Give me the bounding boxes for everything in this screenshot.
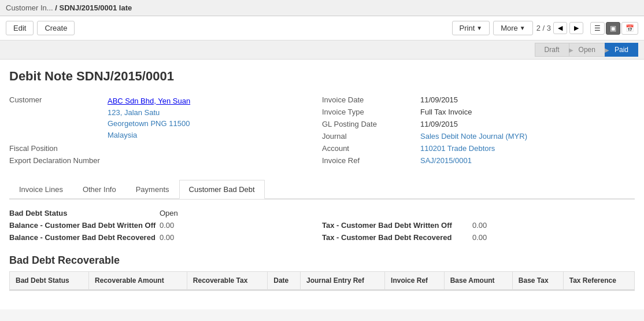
address-line2: Georgetown PNG 11500 (108, 119, 190, 128)
status-bar: Draft Open Paid (0, 40, 644, 60)
tabs: Invoice Lines Other Info Payments Custom… (9, 180, 635, 199)
status-draft[interactable]: Draft (535, 43, 569, 57)
top-bar: Customer In... / SDNJ/2015/0001 late (0, 0, 644, 16)
info-left: Customer ABC Sdn Bhd, Yen Suan 123, Jala… (9, 95, 322, 168)
journal-link[interactable]: Sales Debit Note Journal (MYR) (420, 132, 527, 141)
address-line1: 123, Jalan Satu (108, 108, 160, 117)
customer-row: Customer ABC Sdn Bhd, Yen Suan 123, Jala… (9, 95, 310, 141)
breadcrumb-parent[interactable]: Customer In... (6, 3, 53, 12)
invoice-type-label: Invoice Type (322, 108, 420, 116)
balance-fields-left: Balance - Customer Bad Debt Written Off … (9, 221, 322, 245)
invoice-date-label: Invoice Date (322, 95, 420, 104)
view-icons: ☰ ▣ 📅 (590, 22, 638, 35)
print-button[interactable]: Print ▼ (452, 21, 490, 35)
account-link[interactable]: 110201 Trade Debtors (420, 144, 495, 153)
status-steps: Draft Open Paid (535, 43, 638, 57)
tax-written-off-value: 0.00 (472, 221, 487, 230)
tax-written-off-label: Tax - Customer Bad Debt Written Off (322, 221, 472, 230)
invoice-type-value: Full Tax Invoice (420, 108, 472, 116)
breadcrumb-current: SDNJ/2015/0001 late (60, 3, 132, 12)
bad-debt-status-row: Bad Debt Status Open (9, 209, 635, 217)
customer-name-link[interactable]: ABC Sdn Bhd, Yen Suan (108, 97, 190, 105)
list-view-icon[interactable]: ☰ (590, 22, 605, 35)
toolbar: Edit Create Print ▼ More ▼ 2 / 3 ◀ ▶ ☰ ▣… (0, 16, 644, 40)
col-tax-reference: Tax Reference (563, 272, 634, 290)
bad-debt-table: Bad Debt Status Recoverable Amount Recov… (10, 272, 634, 290)
tab-customer-bad-debt[interactable]: Customer Bad Debt (179, 180, 265, 199)
col-bad-debt-status: Bad Debt Status (10, 272, 89, 290)
customer-label: Customer (9, 95, 108, 141)
tax-recovered-row: Tax - Customer Bad Debt Recovered 0.00 (322, 233, 635, 242)
col-recoverable-tax: Recoverable Tax (187, 272, 267, 290)
bad-debt-status-value: Open (160, 209, 178, 217)
balance-recovered-label: Balance - Customer Bad Debt Recovered (9, 233, 160, 242)
document-title: Debit Note SDNJ/2015/0001 (9, 69, 635, 84)
more-caret: ▼ (520, 25, 525, 31)
tax-recovered-value: 0.00 (472, 233, 487, 242)
col-base-tax: Base Tax (512, 272, 563, 290)
main-content: Debit Note SDNJ/2015/0001 Customer ABC S… (0, 60, 644, 309)
invoice-date-value: 11/09/2015 (420, 95, 458, 104)
calendar-view-icon[interactable]: 📅 (621, 22, 638, 35)
tax-fields-right: Tax - Customer Bad Debt Written Off 0.00… (322, 221, 635, 245)
gl-posting-date-value: 11/09/2015 (420, 120, 458, 128)
balance-written-off-label: Balance - Customer Bad Debt Written Off (9, 221, 160, 230)
table-header-row: Bad Debt Status Recoverable Amount Recov… (10, 272, 634, 290)
journal-label: Journal (322, 132, 420, 141)
form-view-icon[interactable]: ▣ (606, 22, 620, 35)
col-journal-entry-ref: Journal Entry Ref (300, 272, 384, 290)
invoice-ref-value: SAJ/2015/0001 (420, 156, 472, 165)
balance-recovered-value: 0.00 (160, 233, 174, 242)
pager: 2 / 3 ◀ ▶ (536, 22, 583, 34)
bad-debt-recoverable-title: Bad Debt Recoverable (9, 254, 635, 267)
col-date: Date (268, 272, 301, 290)
fiscal-position-row: Fiscal Position (9, 144, 310, 153)
status-paid[interactable]: Paid (605, 43, 638, 57)
table-header: Bad Debt Status Recoverable Amount Recov… (10, 272, 634, 290)
invoice-type-row: Invoice Type Full Tax Invoice (322, 108, 623, 116)
account-row: Account 110201 Trade Debtors (322, 144, 623, 153)
gl-posting-date-label: GL Posting Date (322, 120, 420, 128)
bad-debt-status-label: Bad Debt Status (9, 209, 160, 217)
invoice-ref-link[interactable]: SAJ/2015/0001 (420, 156, 472, 165)
invoice-ref-row: Invoice Ref SAJ/2015/0001 (322, 156, 623, 165)
breadcrumb-separator: / (55, 3, 59, 12)
address-line3: Malaysia (108, 131, 137, 139)
col-invoice-ref: Invoice Ref (385, 272, 445, 290)
breadcrumb: Customer In... / SDNJ/2015/0001 late (6, 3, 638, 12)
account-value: 110201 Trade Debtors (420, 144, 495, 153)
edit-button[interactable]: Edit (6, 21, 34, 35)
balance-written-off-row: Balance - Customer Bad Debt Written Off … (9, 221, 322, 230)
status-open[interactable]: Open (569, 43, 605, 57)
col-recoverable-amount: Recoverable Amount (89, 272, 187, 290)
pager-prev-button[interactable]: ◀ (553, 22, 567, 34)
more-button[interactable]: More ▼ (493, 21, 533, 35)
tax-recovered-label: Tax - Customer Bad Debt Recovered (322, 233, 472, 242)
fiscal-position-label: Fiscal Position (9, 144, 108, 153)
tab-other-info[interactable]: Other Info (73, 180, 126, 199)
col-base-amount: Base Amount (444, 272, 512, 290)
balance-recovered-row: Balance - Customer Bad Debt Recovered 0.… (9, 233, 322, 242)
balance-written-off-value: 0.00 (160, 221, 174, 230)
tab-invoice-lines[interactable]: Invoice Lines (9, 180, 73, 199)
export-declaration-row: Export Declaration Number (9, 156, 310, 165)
account-label: Account (322, 144, 420, 153)
pager-text: 2 / 3 (536, 24, 551, 32)
journal-value: Sales Debit Note Journal (MYR) (420, 132, 527, 141)
tab-content-bad-debt: Bad Debt Status Open Balance - Customer … (9, 199, 635, 300)
info-grid: Customer ABC Sdn Bhd, Yen Suan 123, Jala… (9, 95, 635, 168)
tab-payments[interactable]: Payments (126, 180, 179, 199)
info-right: Invoice Date 11/09/2015 Invoice Type Ful… (322, 95, 635, 168)
bad-debt-table-container: Bad Debt Status Recoverable Amount Recov… (9, 271, 635, 291)
pager-next-button[interactable]: ▶ (569, 22, 583, 34)
export-declaration-label: Export Declaration Number (9, 156, 108, 165)
gl-posting-date-row: GL Posting Date 11/09/2015 (322, 120, 623, 128)
customer-address: ABC Sdn Bhd, Yen Suan 123, Jalan Satu Ge… (108, 95, 190, 141)
invoice-ref-label: Invoice Ref (322, 156, 420, 165)
tax-written-off-row: Tax - Customer Bad Debt Written Off 0.00 (322, 221, 635, 230)
print-caret: ▼ (476, 25, 482, 31)
two-col-fields: Balance - Customer Bad Debt Written Off … (9, 221, 635, 245)
journal-row: Journal Sales Debit Note Journal (MYR) (322, 132, 623, 141)
create-button[interactable]: Create (37, 21, 75, 35)
invoice-date-row: Invoice Date 11/09/2015 (322, 95, 623, 104)
